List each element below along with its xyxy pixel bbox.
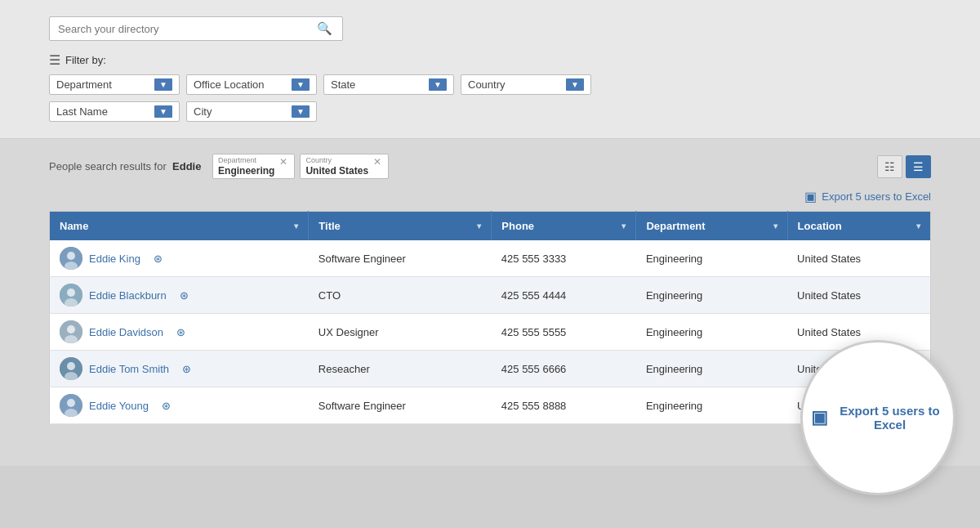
cell-phone: 425 555 4444 <box>492 277 636 314</box>
table-row: Eddie King ⊛ Software Engineer425 555 33… <box>50 240 931 277</box>
avatar <box>60 284 82 307</box>
org-chart-icon[interactable]: ⊛ <box>180 289 189 302</box>
name-cell: Eddie King ⊛ <box>60 247 299 270</box>
avatar <box>60 247 82 270</box>
office-location-dropdown[interactable]: Office Location ▼ <box>186 74 317 95</box>
filter-tag-dept-label: Department <box>218 156 274 164</box>
avatar <box>60 357 82 380</box>
search-input[interactable] <box>58 23 315 35</box>
cell-location: United States <box>787 277 930 314</box>
city-dropdown[interactable]: City ▼ <box>186 101 317 122</box>
last-name-dropdown[interactable]: Last Name ▼ <box>49 101 180 122</box>
department-dropdown[interactable]: Department ▼ <box>49 74 180 95</box>
phone-sort-icon: ▾ <box>621 221 626 230</box>
remove-department-filter[interactable]: ✕ <box>279 156 287 168</box>
avatar <box>60 394 82 417</box>
cell-title: CTO <box>309 277 492 314</box>
city-label: City <box>194 105 212 118</box>
col-location[interactable]: Location ▾ <box>787 212 930 241</box>
magnifier-content: ▣ Export 5 users to Excel <box>803 396 953 440</box>
person-name[interactable]: Eddie Blackburn <box>89 289 167 302</box>
filter-row-2: Last Name ▼ City ▼ <box>49 101 931 122</box>
cell-phone: 425 555 6666 <box>492 351 636 387</box>
search-box[interactable]: 🔍 <box>49 16 343 41</box>
location-sort-icon: ▾ <box>916 221 920 230</box>
person-name[interactable]: Eddie Davidson <box>89 326 163 338</box>
magnifier-overlay: ▣ Export 5 users to Excel <box>800 340 956 495</box>
search-button[interactable]: 🔍 <box>315 21 334 36</box>
cell-name: Eddie King ⊛ <box>50 240 309 277</box>
cell-name: Eddie Davidson ⊛ <box>50 314 309 351</box>
svg-point-1 <box>67 252 75 260</box>
org-chart-icon[interactable]: ⊛ <box>162 400 171 412</box>
cell-phone: 425 555 5555 <box>492 314 636 351</box>
search-query: Eddie <box>172 160 201 172</box>
cell-location: United States <box>787 240 930 277</box>
cell-department: Engineering <box>636 240 787 277</box>
filter-icon: ☰ <box>49 52 60 68</box>
office-location-label: Office Location <box>194 78 264 91</box>
export-top-label: Export 5 users to Excel <box>822 190 931 203</box>
cell-department: Engineering <box>636 277 787 314</box>
person-name[interactable]: Eddie King <box>89 253 140 265</box>
results-table: Name ▾ Title ▾ Phone ▾ <box>49 211 931 424</box>
cell-name: Eddie Young ⊛ <box>50 387 309 424</box>
filter-tag-department: Department Engineering ✕ <box>212 154 295 179</box>
results-header: People search results for Eddie Departme… <box>49 154 931 179</box>
org-chart-icon[interactable]: ⊛ <box>182 363 191 375</box>
cell-title: Software Engineer <box>309 240 492 277</box>
table-row: Eddie Young ⊛ Software Engineer425 555 8… <box>50 387 931 424</box>
export-area-top: ▣ Export 5 users to Excel <box>49 189 931 211</box>
name-cell: Eddie Tom Smith ⊛ <box>60 357 299 380</box>
cell-department: Engineering <box>636 351 787 387</box>
person-name[interactable]: Eddie Tom Smith <box>89 363 169 375</box>
col-department[interactable]: Department ▾ <box>636 212 787 241</box>
filter-by-label: ☰ Filter by: <box>49 52 931 68</box>
list-view-button[interactable]: ☰ <box>906 155 931 178</box>
table-body: Eddie King ⊛ Software Engineer425 555 33… <box>50 240 931 424</box>
svg-point-4 <box>67 289 75 297</box>
table-row: Eddie Davidson ⊛ UX Designer425 555 5555… <box>50 314 931 351</box>
person-name[interactable]: Eddie Young <box>89 400 149 412</box>
grid-view-button[interactable]: ☷ <box>877 155 902 178</box>
name-cell: Eddie Davidson ⊛ <box>60 320 299 343</box>
cell-title: UX Designer <box>309 314 492 351</box>
country-dropdown[interactable]: Country ▼ <box>461 74 591 95</box>
svg-point-13 <box>67 399 75 407</box>
filter-tag-country-label: Country <box>305 156 368 164</box>
country-arrow-icon: ▼ <box>566 78 584 91</box>
cell-title: Software Engineer <box>309 387 492 424</box>
last-name-arrow-icon: ▼ <box>154 105 172 118</box>
cell-name: Eddie Blackburn ⊛ <box>50 277 309 314</box>
cell-phone: 425 555 8888 <box>492 387 636 424</box>
state-label: State <box>331 78 355 91</box>
org-chart-icon[interactable]: ⊛ <box>176 326 185 338</box>
office-location-arrow-icon: ▼ <box>292 78 310 91</box>
filter-tag-country: Country United States ✕ <box>300 154 389 179</box>
remove-country-filter[interactable]: ✕ <box>373 156 381 168</box>
export-top-link[interactable]: ▣ Export 5 users to Excel <box>804 189 931 204</box>
state-dropdown[interactable]: State ▼ <box>323 74 454 95</box>
last-name-label: Last Name <box>56 105 108 118</box>
cell-phone: 425 555 3333 <box>492 240 636 277</box>
filter-tag-country-value: United States <box>305 165 368 177</box>
col-name[interactable]: Name ▾ <box>50 212 309 241</box>
view-controls: ☷ ☰ <box>877 155 931 178</box>
col-title[interactable]: Title ▾ <box>309 212 492 241</box>
filter-row-1: Department ▼ Office Location ▼ State ▼ C… <box>49 74 931 95</box>
results-left: People search results for Eddie Departme… <box>49 154 389 179</box>
state-arrow-icon: ▼ <box>429 78 447 91</box>
col-phone[interactable]: Phone ▾ <box>492 212 636 241</box>
export-top-icon: ▣ <box>804 189 817 204</box>
department-label: Department <box>56 78 112 91</box>
filter-label-text: Filter by: <box>65 54 106 66</box>
department-arrow-icon: ▼ <box>154 78 172 91</box>
org-chart-icon[interactable]: ⊛ <box>154 253 163 265</box>
avatar <box>60 320 82 343</box>
cell-department: Engineering <box>636 387 787 424</box>
name-sort-icon: ▾ <box>294 221 298 230</box>
cell-title: Reseacher <box>309 351 492 387</box>
name-cell: Eddie Young ⊛ <box>60 394 299 417</box>
city-arrow-icon: ▼ <box>292 105 310 118</box>
magnifier-export-icon: ▣ <box>811 407 828 428</box>
